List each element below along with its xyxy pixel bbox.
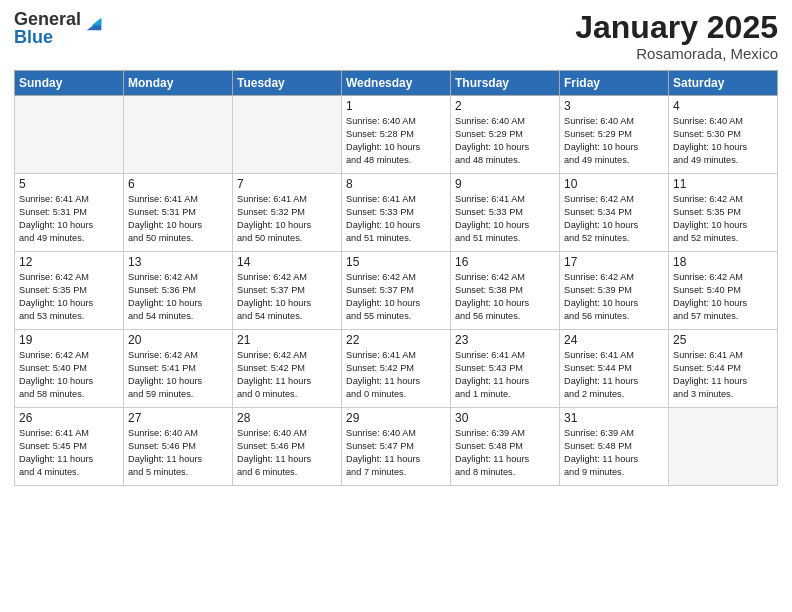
logo-blue: Blue (14, 28, 81, 46)
header-row: SundayMondayTuesdayWednesdayThursdayFrid… (15, 71, 778, 96)
day-info: Sunrise: 6:41 AM Sunset: 5:32 PM Dayligh… (237, 193, 337, 245)
location: Rosamorada, Mexico (575, 45, 778, 62)
week-row-3: 19Sunrise: 6:42 AM Sunset: 5:40 PM Dayli… (15, 330, 778, 408)
calendar-cell: 24Sunrise: 6:41 AM Sunset: 5:44 PM Dayli… (560, 330, 669, 408)
day-info: Sunrise: 6:42 AM Sunset: 5:36 PM Dayligh… (128, 271, 228, 323)
day-number: 20 (128, 333, 228, 347)
day-number: 11 (673, 177, 773, 191)
calendar-cell (233, 96, 342, 174)
day-info: Sunrise: 6:40 AM Sunset: 5:30 PM Dayligh… (673, 115, 773, 167)
calendar-cell: 21Sunrise: 6:42 AM Sunset: 5:42 PM Dayli… (233, 330, 342, 408)
calendar-cell: 9Sunrise: 6:41 AM Sunset: 5:33 PM Daylig… (451, 174, 560, 252)
day-number: 25 (673, 333, 773, 347)
day-number: 12 (19, 255, 119, 269)
day-number: 16 (455, 255, 555, 269)
calendar-cell (124, 96, 233, 174)
day-info: Sunrise: 6:41 AM Sunset: 5:45 PM Dayligh… (19, 427, 119, 479)
day-number: 6 (128, 177, 228, 191)
calendar-cell: 31Sunrise: 6:39 AM Sunset: 5:48 PM Dayli… (560, 408, 669, 486)
day-number: 14 (237, 255, 337, 269)
day-info: Sunrise: 6:42 AM Sunset: 5:37 PM Dayligh… (237, 271, 337, 323)
day-info: Sunrise: 6:42 AM Sunset: 5:39 PM Dayligh… (564, 271, 664, 323)
header-sunday: Sunday (15, 71, 124, 96)
day-number: 28 (237, 411, 337, 425)
day-number: 2 (455, 99, 555, 113)
day-info: Sunrise: 6:40 AM Sunset: 5:46 PM Dayligh… (128, 427, 228, 479)
day-info: Sunrise: 6:42 AM Sunset: 5:42 PM Dayligh… (237, 349, 337, 401)
calendar-cell: 13Sunrise: 6:42 AM Sunset: 5:36 PM Dayli… (124, 252, 233, 330)
day-info: Sunrise: 6:41 AM Sunset: 5:31 PM Dayligh… (19, 193, 119, 245)
header-wednesday: Wednesday (342, 71, 451, 96)
day-number: 27 (128, 411, 228, 425)
calendar-cell: 11Sunrise: 6:42 AM Sunset: 5:35 PM Dayli… (669, 174, 778, 252)
day-number: 1 (346, 99, 446, 113)
svg-marker-1 (92, 18, 102, 25)
week-row-1: 5Sunrise: 6:41 AM Sunset: 5:31 PM Daylig… (15, 174, 778, 252)
day-number: 17 (564, 255, 664, 269)
day-info: Sunrise: 6:40 AM Sunset: 5:28 PM Dayligh… (346, 115, 446, 167)
day-number: 22 (346, 333, 446, 347)
day-info: Sunrise: 6:40 AM Sunset: 5:29 PM Dayligh… (564, 115, 664, 167)
calendar-cell: 8Sunrise: 6:41 AM Sunset: 5:33 PM Daylig… (342, 174, 451, 252)
day-number: 8 (346, 177, 446, 191)
calendar-cell: 12Sunrise: 6:42 AM Sunset: 5:35 PM Dayli… (15, 252, 124, 330)
calendar-cell: 27Sunrise: 6:40 AM Sunset: 5:46 PM Dayli… (124, 408, 233, 486)
logo-general: General (14, 10, 81, 28)
day-info: Sunrise: 6:40 AM Sunset: 5:47 PM Dayligh… (346, 427, 446, 479)
week-row-0: 1Sunrise: 6:40 AM Sunset: 5:28 PM Daylig… (15, 96, 778, 174)
logo: General Blue (14, 10, 105, 46)
day-number: 31 (564, 411, 664, 425)
day-info: Sunrise: 6:41 AM Sunset: 5:33 PM Dayligh… (346, 193, 446, 245)
day-number: 18 (673, 255, 773, 269)
day-number: 3 (564, 99, 664, 113)
day-number: 10 (564, 177, 664, 191)
month-title: January 2025 (575, 10, 778, 45)
day-number: 9 (455, 177, 555, 191)
calendar-cell: 22Sunrise: 6:41 AM Sunset: 5:42 PM Dayli… (342, 330, 451, 408)
day-info: Sunrise: 6:42 AM Sunset: 5:38 PM Dayligh… (455, 271, 555, 323)
calendar-cell: 7Sunrise: 6:41 AM Sunset: 5:32 PM Daylig… (233, 174, 342, 252)
calendar-cell: 25Sunrise: 6:41 AM Sunset: 5:44 PM Dayli… (669, 330, 778, 408)
day-info: Sunrise: 6:42 AM Sunset: 5:41 PM Dayligh… (128, 349, 228, 401)
day-number: 15 (346, 255, 446, 269)
day-info: Sunrise: 6:42 AM Sunset: 5:37 PM Dayligh… (346, 271, 446, 323)
day-number: 21 (237, 333, 337, 347)
day-info: Sunrise: 6:41 AM Sunset: 5:44 PM Dayligh… (564, 349, 664, 401)
title-block: January 2025 Rosamorada, Mexico (575, 10, 778, 62)
calendar-cell: 26Sunrise: 6:41 AM Sunset: 5:45 PM Dayli… (15, 408, 124, 486)
calendar-cell: 30Sunrise: 6:39 AM Sunset: 5:48 PM Dayli… (451, 408, 560, 486)
day-info: Sunrise: 6:42 AM Sunset: 5:34 PM Dayligh… (564, 193, 664, 245)
logo-text: General Blue (14, 10, 81, 46)
day-info: Sunrise: 6:42 AM Sunset: 5:40 PM Dayligh… (19, 349, 119, 401)
week-row-2: 12Sunrise: 6:42 AM Sunset: 5:35 PM Dayli… (15, 252, 778, 330)
day-number: 19 (19, 333, 119, 347)
calendar-cell (15, 96, 124, 174)
calendar-cell: 19Sunrise: 6:42 AM Sunset: 5:40 PM Dayli… (15, 330, 124, 408)
calendar-cell: 15Sunrise: 6:42 AM Sunset: 5:37 PM Dayli… (342, 252, 451, 330)
calendar-cell: 5Sunrise: 6:41 AM Sunset: 5:31 PM Daylig… (15, 174, 124, 252)
day-info: Sunrise: 6:40 AM Sunset: 5:29 PM Dayligh… (455, 115, 555, 167)
day-info: Sunrise: 6:41 AM Sunset: 5:42 PM Dayligh… (346, 349, 446, 401)
day-number: 29 (346, 411, 446, 425)
header-monday: Monday (124, 71, 233, 96)
day-info: Sunrise: 6:42 AM Sunset: 5:40 PM Dayligh… (673, 271, 773, 323)
calendar-cell (669, 408, 778, 486)
day-info: Sunrise: 6:41 AM Sunset: 5:44 PM Dayligh… (673, 349, 773, 401)
day-number: 5 (19, 177, 119, 191)
day-number: 30 (455, 411, 555, 425)
day-number: 7 (237, 177, 337, 191)
day-number: 24 (564, 333, 664, 347)
calendar-cell: 29Sunrise: 6:40 AM Sunset: 5:47 PM Dayli… (342, 408, 451, 486)
header-thursday: Thursday (451, 71, 560, 96)
day-info: Sunrise: 6:41 AM Sunset: 5:33 PM Dayligh… (455, 193, 555, 245)
day-info: Sunrise: 6:40 AM Sunset: 5:46 PM Dayligh… (237, 427, 337, 479)
calendar-cell: 14Sunrise: 6:42 AM Sunset: 5:37 PM Dayli… (233, 252, 342, 330)
day-info: Sunrise: 6:41 AM Sunset: 5:31 PM Dayligh… (128, 193, 228, 245)
calendar-cell: 4Sunrise: 6:40 AM Sunset: 5:30 PM Daylig… (669, 96, 778, 174)
header: General Blue January 2025 Rosamorada, Me… (14, 10, 778, 62)
day-number: 4 (673, 99, 773, 113)
day-info: Sunrise: 6:39 AM Sunset: 5:48 PM Dayligh… (455, 427, 555, 479)
calendar-cell: 23Sunrise: 6:41 AM Sunset: 5:43 PM Dayli… (451, 330, 560, 408)
calendar-cell: 1Sunrise: 6:40 AM Sunset: 5:28 PM Daylig… (342, 96, 451, 174)
calendar-cell: 2Sunrise: 6:40 AM Sunset: 5:29 PM Daylig… (451, 96, 560, 174)
